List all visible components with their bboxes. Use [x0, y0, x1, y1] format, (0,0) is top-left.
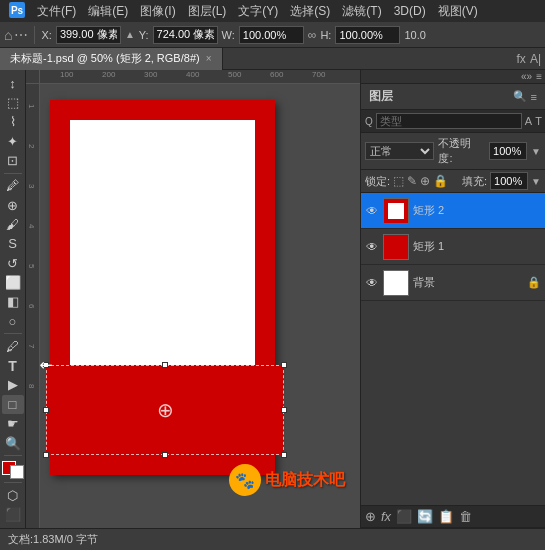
- main-area: ↕ ⬚ ⌇ ✦ ⊡ 🖉 ⊕ 🖌 S ↺ ⬜ ◧ ○ 🖊 T ▶ □ ☛ 🔍 ⬡ …: [0, 70, 545, 528]
- add-style-icon[interactable]: ⊕: [365, 509, 376, 524]
- fill-dropdown-icon[interactable]: ▼: [531, 176, 541, 187]
- menu-text[interactable]: 文字(Y): [233, 1, 283, 22]
- layer-eye-rect1[interactable]: 👁: [365, 240, 379, 254]
- ruler-corner: [26, 70, 40, 84]
- heal-tool[interactable]: ⊕: [2, 196, 24, 214]
- add-mask-icon[interactable]: ⬛: [396, 509, 412, 524]
- menu-image[interactable]: 图像(I): [135, 1, 180, 22]
- handle-br[interactable]: [281, 452, 287, 458]
- tab-document[interactable]: 未标题-1.psd @ 50% (矩形 2, RGB/8#) ×: [0, 48, 223, 70]
- lock-all-icon[interactable]: 🔒: [433, 174, 448, 188]
- opacity-label: 不透明度:: [438, 136, 485, 166]
- fx-icon[interactable]: fx: [381, 509, 391, 524]
- home-icon[interactable]: ⌂: [4, 27, 12, 43]
- chain-icon[interactable]: ∞: [308, 28, 317, 42]
- background-color[interactable]: [10, 465, 24, 479]
- menu-filter[interactable]: 滤镜(T): [337, 1, 386, 22]
- status-text: 文档:1.83M/0 字节: [8, 532, 98, 547]
- menu-3d[interactable]: 3D(D): [389, 2, 431, 20]
- marquee-tool[interactable]: ⬚: [2, 93, 24, 111]
- layer-row-rect2[interactable]: 👁 矩形 2: [361, 193, 545, 229]
- layers-search-input[interactable]: [376, 113, 522, 129]
- menu-ps[interactable]: Ps: [4, 0, 30, 23]
- w-input[interactable]: [239, 26, 304, 44]
- new-layer-icon[interactable]: 📋: [438, 509, 454, 524]
- handle-bl[interactable]: [43, 452, 49, 458]
- handle-bm[interactable]: [162, 452, 168, 458]
- lasso-tool[interactable]: ⌇: [2, 113, 24, 131]
- color-swatch-area[interactable]: [2, 461, 24, 479]
- quick-mask-tool[interactable]: ⬡: [2, 486, 24, 504]
- blend-mode-select[interactable]: 正常: [365, 142, 434, 160]
- tab-close-icon[interactable]: ×: [206, 53, 212, 64]
- magic-wand-tool[interactable]: ✦: [2, 132, 24, 150]
- lock-image-icon[interactable]: ✎: [407, 174, 417, 188]
- fx-label: fx: [517, 52, 526, 66]
- zoom-tool[interactable]: 🔍: [2, 434, 24, 452]
- shape-tool[interactable]: □: [2, 395, 24, 413]
- clone-tool[interactable]: S: [2, 235, 24, 253]
- eraser-tool[interactable]: ⬜: [2, 273, 24, 291]
- filter-pixel-icon[interactable]: A: [525, 115, 532, 128]
- layer-eye-rect2[interactable]: 👁: [365, 204, 379, 218]
- extra-value: 10.0: [404, 29, 425, 41]
- options-icon1[interactable]: ⋯: [14, 27, 28, 43]
- layer-name-rect2: 矩形 2: [413, 203, 541, 218]
- handle-tr[interactable]: [281, 362, 287, 368]
- layers-header: 图层 🔍 ≡: [361, 84, 545, 110]
- y-label: Y:: [139, 29, 149, 41]
- handle-ml[interactable]: [43, 407, 49, 413]
- watermark: 🐾 电脑技术吧: [229, 464, 345, 496]
- filter-adj-icon[interactable]: T: [535, 115, 542, 128]
- menu-view[interactable]: 视图(V): [433, 1, 483, 22]
- opacity-dropdown-icon[interactable]: ▼: [531, 146, 541, 157]
- layer-filter-icons: A T ⬛ ⊞ ◉: [525, 115, 545, 128]
- crop-tool[interactable]: ⊡: [2, 151, 24, 169]
- handle-tm[interactable]: [162, 362, 168, 368]
- tab-bar: 未标题-1.psd @ 50% (矩形 2, RGB/8#) × fx A|: [0, 48, 545, 70]
- layer-list: 👁 矩形 2 👁 矩形 1 👁 背景 �: [361, 193, 545, 505]
- eyedropper-tool[interactable]: 🖉: [2, 177, 24, 195]
- menu-file[interactable]: 文件(F): [32, 1, 81, 22]
- layers-panel: «» ≡ 图层 🔍 ≡ Q A T ⬛ ⊞ ◉ 正常: [360, 70, 545, 528]
- menu-select[interactable]: 选择(S): [285, 1, 335, 22]
- shape-rect1[interactable]: ⊕: [46, 365, 284, 455]
- lock-position-icon[interactable]: ⊕: [420, 174, 430, 188]
- h-label: H:: [320, 29, 331, 41]
- h-input[interactable]: [335, 26, 400, 44]
- layer-eye-bg[interactable]: 👁: [365, 276, 379, 290]
- layer-row-rect1[interactable]: 👁 矩形 1: [361, 229, 545, 265]
- gradient-tool[interactable]: ◧: [2, 293, 24, 311]
- layers-footer: ⊕ fx ⬛ 🔄 📋 🗑: [361, 505, 545, 527]
- pen-tool[interactable]: 🖊: [2, 337, 24, 355]
- layers-settings-icon[interactable]: ≡: [531, 91, 537, 103]
- hand-tool[interactable]: ☛: [2, 415, 24, 433]
- delete-layer-icon[interactable]: 🗑: [459, 509, 472, 524]
- path-select-tool[interactable]: ▶: [2, 376, 24, 394]
- layer-row-bg[interactable]: 👁 背景 🔒: [361, 265, 545, 301]
- screen-mode-tool[interactable]: ⬛: [2, 506, 24, 524]
- move-tool[interactable]: ↕: [2, 74, 24, 92]
- history-brush[interactable]: ↺: [2, 254, 24, 272]
- layers-blend-row: 正常 不透明度: ▼: [361, 133, 545, 170]
- layer-thumb-rect2: [383, 198, 409, 224]
- text-tool[interactable]: T: [2, 356, 24, 374]
- panel-collapse-icon[interactable]: «»: [521, 71, 532, 82]
- x-input[interactable]: [56, 26, 121, 44]
- panel-menu-icon[interactable]: ≡: [536, 71, 542, 82]
- dodge-tool[interactable]: ○: [2, 312, 24, 330]
- lock-transparency-icon[interactable]: ⬚: [393, 174, 404, 188]
- panel-icon[interactable]: A|: [530, 52, 541, 66]
- menu-edit[interactable]: 编辑(E): [83, 1, 133, 22]
- options-bar: ⌂ ⋯ X: ▲ Y: W: ∞ H: 10.0: [0, 22, 545, 48]
- brush-tool[interactable]: 🖌: [2, 215, 24, 233]
- fill-input[interactable]: [490, 172, 528, 190]
- handle-mr[interactable]: [281, 407, 287, 413]
- layer-thumb-rect1: [383, 234, 409, 260]
- opacity-input[interactable]: [489, 142, 527, 160]
- layers-header-icons: 🔍 ≡: [513, 90, 537, 103]
- menu-layer[interactable]: 图层(L): [183, 1, 232, 22]
- y-input[interactable]: [153, 26, 218, 44]
- layers-search-icon[interactable]: 🔍: [513, 90, 527, 103]
- new-group-icon[interactable]: 🔄: [417, 509, 433, 524]
